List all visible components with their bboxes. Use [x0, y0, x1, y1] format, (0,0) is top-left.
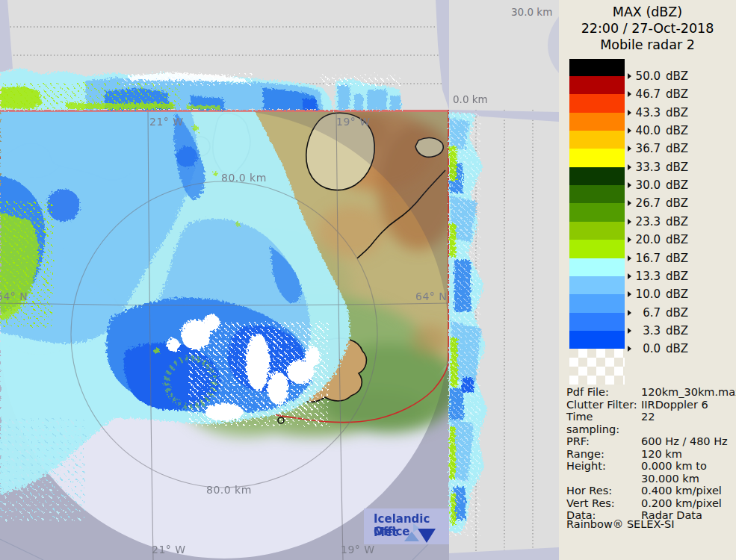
tick-arrow-icon	[628, 110, 631, 116]
tick-arrow-icon	[628, 346, 631, 352]
top-profile-echoes	[0, 69, 402, 110]
scale-swatch	[569, 240, 625, 258]
scale-tick-label: 10.0dBZ	[628, 287, 688, 301]
scale-swatch	[569, 131, 625, 149]
scale-tick-label: 16.7dBZ	[628, 252, 688, 265]
met-office-logo: Icelandic Met Office	[364, 508, 449, 544]
tick-arrow-icon	[628, 91, 631, 97]
metadata-row: Hor Res:0.400 km/pixel	[566, 485, 732, 497]
scale-swatch	[569, 276, 625, 295]
tick-arrow-icon	[628, 146, 631, 152]
scale-tick-label: 3.3dBZ	[628, 324, 688, 337]
software-name: Rainbow® SELEX-SI	[566, 518, 674, 530]
scale-tick-label: 30.0dBZ	[628, 178, 688, 192]
radar-name: Mobile radar 2	[559, 37, 736, 53]
scale-tick-label: 20.0dBZ	[628, 233, 688, 246]
scale-swatch	[569, 331, 625, 349]
range-ring-label-bottom: 80.0 km	[206, 484, 252, 496]
scale-tick-label: 23.3dBZ	[628, 215, 688, 228]
scale-tick-label: 6.7dBZ	[628, 306, 688, 320]
scale-swatch	[569, 203, 625, 222]
scale-tick-label: 50.0dBZ	[628, 69, 688, 83]
tick-arrow-icon	[628, 273, 631, 279]
scale-tick-label: 43.3dBZ	[628, 106, 688, 119]
tick-arrow-icon	[628, 291, 631, 297]
longitude-label-21w-top: 21° W	[149, 116, 184, 128]
metadata-row: Time sampling:22	[566, 411, 732, 435]
scale-swatch	[569, 94, 625, 113]
panel-titles: MAX (dBZ) 22:00 / 27-Oct-2018 Mobile rad…	[559, 0, 736, 53]
tick-arrow-icon	[628, 219, 631, 225]
metadata-row: Clutter Filter:IIRDoppler 6	[566, 399, 732, 411]
scale-swatch	[569, 149, 625, 167]
scale-swatch	[569, 258, 625, 277]
longitude-label-19w-top: 19° W	[336, 116, 371, 128]
scale-swatch	[569, 59, 625, 77]
scale-tick-label: 36.7dBZ	[628, 142, 688, 155]
radar-display: 30.0 km 0.0 km 21° W 19° W 80.0 km 64° N…	[0, 0, 559, 560]
scale-tick-label: 40.0dBZ	[628, 124, 688, 137]
scale-swatch	[569, 294, 625, 313]
scale-tick-label: 33.3dBZ	[628, 161, 688, 174]
metadata-row: Range:120 km	[566, 448, 732, 461]
height-axis-max-label: 30.0 km	[511, 6, 552, 18]
tick-arrow-icon	[628, 182, 631, 188]
tick-arrow-icon	[628, 310, 631, 316]
scale-swatch	[569, 76, 625, 95]
scale-swatch	[569, 185, 625, 204]
height-axis-min-label: 0.0 km	[453, 93, 488, 105]
scale-swatch	[569, 113, 625, 131]
tick-arrow-icon	[628, 237, 631, 243]
tick-arrow-icon	[628, 200, 631, 206]
latitude-label-64n-left: 64° N	[0, 290, 28, 302]
longitude-label-21w-bottom: 21° W	[152, 544, 186, 556]
tick-arrow-icon	[628, 73, 631, 79]
metadata-list: Pdf File:120km_30km.maxClutter Filter:II…	[566, 386, 732, 522]
scale-tick-label: 13.3dBZ	[628, 270, 688, 283]
scale-swatch	[569, 167, 625, 186]
metadata-row: PRF:600 Hz / 480 Hz	[566, 435, 732, 448]
tick-arrow-icon	[628, 164, 631, 170]
metadata-row: Vert Res:0.200 km/pixel	[566, 497, 732, 510]
metadata-row: Pdf File:120km_30km.max	[566, 386, 732, 399]
tick-arrow-icon	[628, 128, 631, 134]
scale-tick-label: 46.7dBZ	[628, 87, 688, 101]
tick-arrow-icon	[628, 255, 631, 261]
logo-triangles-icon	[403, 523, 448, 544]
range-ring-label-top: 80.0 km	[221, 172, 267, 184]
info-panel: MAX (dBZ) 22:00 / 27-Oct-2018 Mobile rad…	[559, 0, 736, 560]
metadata-row: Height:0.000 km to 30.000 km	[566, 460, 732, 485]
scale-swatch	[569, 222, 625, 240]
scale-transparent-swatch	[569, 349, 625, 385]
product-title: MAX (dBZ)	[559, 4, 736, 20]
tick-arrow-icon	[628, 328, 631, 334]
timestamp-label: 22:00 / 27-Oct-2018	[559, 20, 736, 37]
scale-tick-label: 26.7dBZ	[628, 196, 688, 210]
radar-canvas	[0, 0, 559, 560]
longitude-label-19w-bottom: 19° W	[341, 544, 375, 556]
latitude-label-64n-right: 64° N	[415, 290, 447, 302]
scale-tick-label: 0.0dBZ	[628, 342, 688, 355]
scale-swatch	[569, 313, 625, 332]
